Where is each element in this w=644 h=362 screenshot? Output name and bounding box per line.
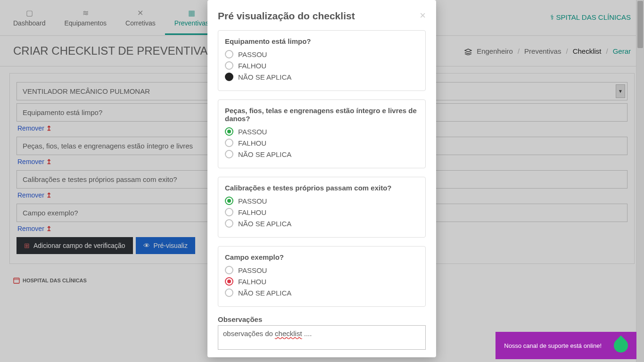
- modal-title: Pré visualização do checklist: [218, 10, 355, 22]
- question-text: Calibrações e testes próprios passam com…: [225, 184, 419, 192]
- option-fail[interactable]: FALHOU: [225, 208, 419, 216]
- observations-label: Observações: [218, 315, 426, 323]
- radio-icon: [225, 50, 233, 58]
- option-na[interactable]: NÃO SE APLICA: [225, 73, 419, 81]
- question-text: Peças, fios, telas e engrenagens estão í…: [225, 107, 419, 123]
- option-na[interactable]: NÃO SE APLICA: [225, 219, 419, 228]
- support-widget[interactable]: Nosso canal de suporte está online!: [495, 332, 636, 359]
- radio-icon: [225, 277, 233, 286]
- radio-icon: [225, 197, 233, 205]
- radio-icon: [225, 208, 233, 216]
- question-block: Campo exemplo? PASSOU FALHOU NÃO SE APLI…: [218, 246, 426, 307]
- option-fail[interactable]: FALHOU: [225, 61, 419, 70]
- radio-icon: [225, 139, 233, 147]
- option-fail[interactable]: FALHOU: [225, 277, 419, 286]
- radio-icon: [225, 127, 233, 136]
- close-icon[interactable]: ×: [420, 10, 426, 21]
- question-text: Equipamento está limpo?: [225, 37, 419, 45]
- radio-icon: [225, 73, 233, 81]
- checklist-preview-modal: Pré visualização do checklist × Equipame…: [207, 0, 436, 357]
- question-text: Campo exemplo?: [225, 253, 419, 261]
- observations-textarea[interactable]: observações do checklist ....: [218, 325, 426, 350]
- support-text: Nosso canal de suporte está online!: [504, 342, 602, 349]
- option-pass[interactable]: PASSOU: [225, 127, 419, 136]
- radio-icon: [225, 61, 233, 70]
- option-fail[interactable]: FALHOU: [225, 139, 419, 147]
- option-pass[interactable]: PASSOU: [225, 50, 419, 58]
- question-block: Peças, fios, telas e engrenagens estão í…: [218, 99, 426, 168]
- option-pass[interactable]: PASSOU: [225, 266, 419, 274]
- radio-icon: [225, 219, 233, 228]
- option-na[interactable]: NÃO SE APLICA: [225, 150, 419, 158]
- radio-icon: [225, 288, 233, 297]
- question-block: Equipamento está limpo? PASSOU FALHOU NÃ…: [218, 30, 426, 91]
- option-na[interactable]: NÃO SE APLICA: [225, 288, 419, 297]
- radio-icon: [225, 266, 233, 274]
- option-pass[interactable]: PASSOU: [225, 197, 419, 205]
- question-block: Calibrações e testes próprios passam com…: [218, 177, 426, 238]
- leaf-icon: [611, 336, 631, 355]
- radio-icon: [225, 150, 233, 158]
